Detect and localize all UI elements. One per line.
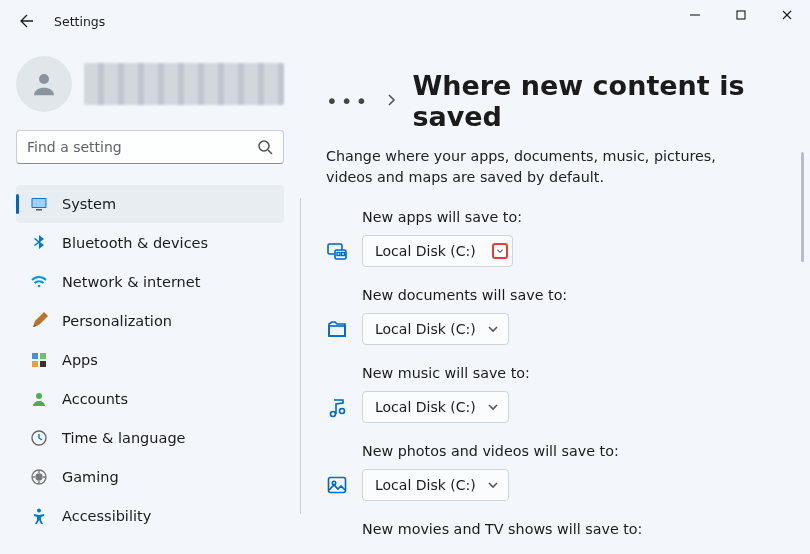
titlebar: Settings [0, 0, 810, 42]
sidebar-item-accessibility[interactable]: Accessibility [16, 497, 284, 535]
setting-music-label: New music will save to: [326, 365, 790, 391]
svg-rect-27 [329, 478, 346, 493]
nav-label: Bluetooth & devices [62, 235, 208, 251]
sidebar-item-network[interactable]: Network & internet [16, 263, 284, 301]
music-icon [326, 396, 348, 418]
apps-icon [30, 351, 48, 369]
page-description: Change where your apps, documents, music… [326, 146, 766, 195]
search-field[interactable] [27, 139, 257, 155]
gaming-icon [30, 468, 48, 486]
nav-label: Network & internet [62, 274, 200, 290]
setting-apps-label: New apps will save to: [326, 209, 790, 235]
nav-label: Time & language [62, 430, 186, 446]
svg-rect-1 [737, 11, 745, 19]
setting-photos-label: New photos and videos will save to: [326, 443, 790, 469]
svg-point-4 [39, 74, 49, 84]
setting-documents-label: New documents will save to: [326, 287, 790, 313]
nav-label: Accessibility [62, 508, 151, 524]
svg-rect-24 [329, 326, 345, 336]
chevron-down-icon [486, 400, 500, 414]
maximize-button[interactable] [718, 0, 764, 30]
scrollbar-thumb[interactable] [801, 152, 804, 262]
wifi-icon [30, 273, 48, 291]
photos-icon [326, 474, 348, 496]
content: ••• Where new content is saved Change wh… [300, 42, 810, 554]
sidebar-item-accounts[interactable]: Accounts [16, 380, 284, 418]
sidebar-item-gaming[interactable]: Gaming [16, 458, 284, 496]
documents-icon [326, 318, 348, 340]
chevron-down-icon [486, 322, 500, 336]
nav-label: Accounts [62, 391, 128, 407]
nav: System Bluetooth & devices Network & int… [0, 176, 300, 544]
svg-point-19 [37, 509, 41, 513]
chevron-down-icon [486, 478, 500, 492]
nav-label: Gaming [62, 469, 119, 485]
svg-point-15 [36, 393, 42, 399]
apps-dropdown[interactable]: Local Disk (C:) [362, 235, 513, 267]
sidebar-item-bluetooth[interactable]: Bluetooth & devices [16, 224, 284, 262]
bluetooth-icon [30, 234, 48, 252]
svg-rect-14 [40, 361, 46, 367]
sidebar-item-personalization[interactable]: Personalization [16, 302, 284, 340]
dropdown-value: Local Disk (C:) [375, 321, 476, 337]
nav-label: Personalization [62, 313, 172, 329]
sidebar-item-time[interactable]: Time & language [16, 419, 284, 457]
svg-rect-11 [32, 353, 38, 359]
chevron-down-icon [493, 244, 507, 258]
setting-music: New music will save to: Local Disk (C:) [326, 351, 790, 429]
dropdown-value: Local Disk (C:) [375, 477, 476, 493]
close-button[interactable] [764, 0, 810, 30]
clock-icon [30, 429, 48, 447]
sidebar-item-system[interactable]: System [16, 185, 284, 223]
sidebar-item-apps[interactable]: Apps [16, 341, 284, 379]
personalization-icon [30, 312, 48, 330]
music-dropdown[interactable]: Local Disk (C:) [362, 391, 509, 423]
chevron-right-icon [384, 92, 398, 111]
search-icon [257, 139, 273, 155]
svg-point-25 [331, 412, 336, 417]
svg-rect-12 [40, 353, 46, 359]
setting-photos: New photos and videos will save to: Loca… [326, 429, 790, 507]
setting-documents: New documents will save to: Local Disk (… [326, 273, 790, 351]
svg-point-18 [36, 474, 42, 480]
accounts-icon [30, 390, 48, 408]
svg-rect-9 [36, 209, 42, 211]
avatar-icon [16, 56, 72, 112]
profile-name-redacted [84, 63, 284, 105]
page-title: Where new content is saved [412, 70, 790, 132]
dropdown-value: Local Disk (C:) [375, 399, 476, 415]
window-controls [672, 0, 810, 30]
svg-line-6 [268, 150, 272, 154]
search-input[interactable] [16, 130, 284, 164]
setting-movies-label: New movies and TV shows will save to: [326, 521, 790, 547]
back-button[interactable] [6, 0, 48, 42]
system-icon [30, 195, 48, 213]
setting-movies: New movies and TV shows will save to: [326, 507, 790, 553]
svg-point-5 [259, 141, 269, 151]
breadcrumb: ••• Where new content is saved [326, 48, 790, 146]
nav-label: System [62, 196, 116, 212]
sidebar: System Bluetooth & devices Network & int… [0, 42, 300, 554]
apps-save-icon [326, 240, 348, 262]
dropdown-value: Local Disk (C:) [375, 243, 476, 259]
photos-dropdown[interactable]: Local Disk (C:) [362, 469, 509, 501]
svg-rect-13 [32, 361, 38, 367]
minimize-button[interactable] [672, 0, 718, 30]
accessibility-icon [30, 507, 48, 525]
app-title: Settings [54, 14, 105, 29]
nav-label: Apps [62, 352, 98, 368]
svg-point-10 [38, 285, 41, 288]
svg-rect-8 [33, 199, 46, 207]
svg-point-26 [340, 409, 345, 414]
setting-apps: New apps will save to: Local Disk (C:) [326, 195, 790, 273]
profile[interactable] [0, 48, 300, 130]
documents-dropdown[interactable]: Local Disk (C:) [362, 313, 509, 345]
